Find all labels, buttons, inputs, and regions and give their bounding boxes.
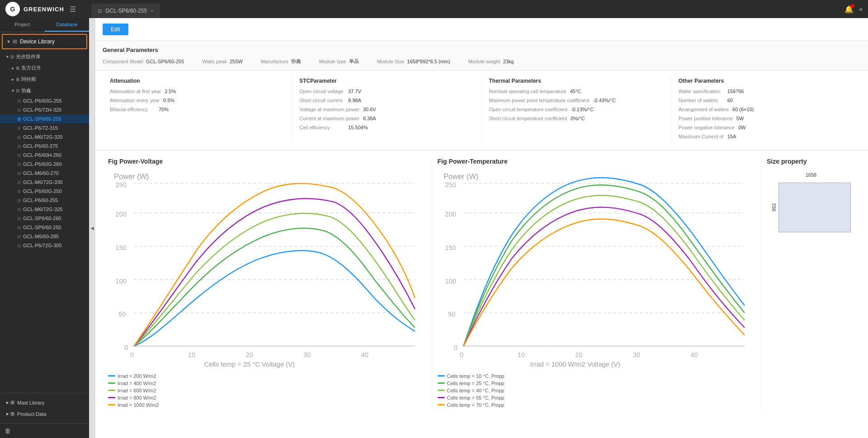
module-type-label: Module type <box>319 59 346 64</box>
sidebar-collapse-handle[interactable]: ◀ <box>89 18 95 438</box>
xiejin-expand-icon: ▾ <box>12 88 14 93</box>
group-xiejin-header[interactable]: ▾ ⊟ 协鑫 <box>0 85 89 96</box>
device-library-icon: ⊞ <box>13 38 17 45</box>
manufacture-label: Manufacture <box>261 59 288 64</box>
device-library-label: Device Library <box>20 38 55 45</box>
notification-bell-icon[interactable]: 🔔 <box>844 5 854 14</box>
module-type-value: 单晶 <box>349 58 359 65</box>
stc-col: STCParameter Open circuit voltage37.7VSh… <box>292 78 481 143</box>
svg-text:20: 20 <box>245 351 253 358</box>
size-diagram-rect <box>778 183 851 232</box>
detail-key: Maximum power point temperature coeffici… <box>489 98 590 103</box>
params-row: Component Model GCL-SP6/60-255 Watts pea… <box>103 58 861 65</box>
legend-label: Cells temp = 10 °C, Pmpp <box>447 373 505 379</box>
detail-key: Current at maximum power <box>299 116 359 121</box>
param-module-type: Module type 单晶 <box>319 58 359 65</box>
tree-item-GCL-M6-60-270[interactable]: ⊞GCL-M6/60-270 <box>0 169 89 178</box>
tree-item-GCL-M6-72G-330[interactable]: ⊞GCL-M6/72G-330 <box>0 178 89 187</box>
legend-label: Irrad = 200 W/m2 <box>118 373 156 379</box>
param-module-weight: Module weight 23kg <box>468 59 514 64</box>
tree-item-GCL-SP6-60-250[interactable]: ⊞GCL-SP6/60-250 <box>0 223 89 232</box>
detail-val: 156?56 <box>727 89 744 94</box>
detail-key: Power negative tolerance <box>679 125 735 130</box>
module-icon: ⊞ <box>17 216 21 221</box>
legend-label: Cells temp = 70 °C, Pmpp <box>447 402 505 408</box>
collapse-panel-icon[interactable]: « <box>859 5 863 13</box>
legend-item: Cells temp = 25 °C, Pmpp <box>438 381 756 386</box>
notification-dot <box>851 4 854 8</box>
manufacture-value: 协鑫 <box>291 58 301 65</box>
svg-text:40: 40 <box>690 351 698 358</box>
detail-val: 5W <box>736 116 744 121</box>
group-pvmodule-header[interactable]: ▾ ⊟ 光伏组件库 <box>0 51 89 62</box>
general-parameters-section: General Parameters Component Model GCL-S… <box>95 41 868 71</box>
tree-item-GCL-P6-60G-260[interactable]: ⊞GCL-P6/60G-260 <box>0 160 89 169</box>
detail-val: 60 <box>727 98 733 103</box>
module-icon: ⊞ <box>17 207 21 212</box>
detail-key: Bifacial efficiency <box>110 107 155 112</box>
group-dfrs-header[interactable]: ▸ ⊞ 东方日升 <box>0 62 89 74</box>
sidebar-tree: ▾ ⊞ Device Library ▾ ⊟ 光伏组件库 ▸ ⊞ 东方日升 <box>0 32 89 393</box>
trash-icon[interactable]: 🗑 <box>5 427 11 434</box>
legend-color <box>108 375 115 377</box>
svg-text:Irrad = 1000 W/m2    Voltage (: Irrad = 1000 W/m2 Voltage (V) <box>530 361 620 368</box>
tab-gcl[interactable]: ⊡ GCL-SP6/60-255 × <box>91 4 160 18</box>
hamburger-icon[interactable]: ☰ <box>70 5 76 14</box>
group-ats-header[interactable]: ▸ ⊞ 阿特斯 <box>0 74 89 85</box>
edit-button[interactable]: Edit <box>103 24 128 35</box>
tree-item-GCL-P6-72G-305[interactable]: ⊞GCL-P6/72G-305 <box>0 241 89 250</box>
other-col: Other Parameters Wafer specification156?… <box>671 78 861 143</box>
detail-val: 8.38A <box>363 116 376 121</box>
module-label: GCL-P6/60G-255 <box>23 98 62 104</box>
nav-project[interactable]: Project <box>0 18 45 32</box>
tree-item-GCL-P6-60H-260[interactable]: ⊞GCL-P6/60H-260 <box>0 151 89 160</box>
tree-item-GCL-P6-60G-250[interactable]: ⊞GCL-P6/60G-250 <box>0 187 89 196</box>
param-watts-peak: Watts peak 255W <box>202 59 242 64</box>
tree-item-GCL-M6-60-285[interactable]: ⊞GCL-M6/60-285 <box>0 232 89 241</box>
tree-item-GCL-SP6-60-255[interactable]: ⊞GCL-SP6/60-255 <box>0 114 89 123</box>
tree-item-GCL-M6-72G-325[interactable]: ⊞GCL-M6/72G-325 <box>0 205 89 214</box>
legend-color <box>438 382 445 384</box>
nav-database[interactable]: Database <box>45 18 90 32</box>
tab-close-button[interactable]: × <box>151 8 153 14</box>
legend-label: Cells temp = 55 °C, Pmpp <box>447 395 505 400</box>
detail-val: 60 (6×10) <box>732 107 754 112</box>
stc-rows: Open circuit voltage37.7VShort circuit c… <box>299 89 474 130</box>
svg-text:0: 0 <box>130 351 134 358</box>
legend-color <box>438 397 445 398</box>
size-height-label: 992 <box>771 180 777 235</box>
sidebar-product-data[interactable]: ▸ ⊞ Product Data <box>5 408 85 419</box>
device-library-header[interactable]: ▾ ⊞ Device Library <box>2 34 87 49</box>
tree-item-GCL-P6-72-315[interactable]: ⊞GCL-P6/72-315 <box>0 123 89 132</box>
detail-val: 15.504% <box>348 125 368 130</box>
attenuation-title: Attenuation <box>110 78 284 84</box>
dfrs-folder-icon: ⊞ <box>16 66 19 71</box>
detail-key: Voltage at maximum power <box>299 107 359 112</box>
sidebar-mast-library[interactable]: ▸ ⊞ Mast Library <box>5 397 85 408</box>
size-width-label: 1658 <box>770 172 852 178</box>
tree-item-GCL-P6-60G-255[interactable]: ⊞GCL-P6/60G-255 <box>0 96 89 105</box>
chart2-area: Power (W) 0 50 100 150 200 250 <box>438 169 756 370</box>
tree-item-GCL-SP6-60-260[interactable]: ⊞GCL-SP6/60-260 <box>0 214 89 223</box>
legend-color <box>108 382 115 384</box>
detail-key: Maximum Current of <box>679 134 724 139</box>
tree-item-GCL-M6-72G-320[interactable]: ⊞GCL-M6/72G-320 <box>0 132 89 141</box>
detail-row: Voltage at maximum power30.6V <box>299 107 474 112</box>
tree-group-ats: ▸ ⊞ 阿特斯 <box>0 74 89 85</box>
module-size-label: Module Size <box>377 59 405 64</box>
svg-text:100: 100 <box>115 278 127 285</box>
tree-item-GCL-P6-60-275[interactable]: ⊞GCL-P6/60-275 <box>0 141 89 151</box>
chart2-container: Fig Power-Temperature Power (W) 0 50 100… <box>432 158 762 410</box>
detail-key: Open circuit temperature coefficient <box>489 107 567 112</box>
tree-item-GCL-P6-72H-320[interactable]: ⊞GCL-P6/72H-320 <box>0 105 89 114</box>
mast-library-icon: ▸ ⊞ <box>6 400 14 405</box>
svg-text:Power (W): Power (W) <box>114 172 149 180</box>
svg-text:30: 30 <box>632 351 640 358</box>
detail-key: Attenuation every year <box>110 98 160 103</box>
tree-item-GCL-P6-60-255[interactable]: ⊞GCL-P6/60-255 <box>0 196 89 205</box>
detail-key: Short circuit current <box>299 98 344 103</box>
tree-group-xiejin: ▾ ⊟ 协鑫 ⊞GCL-P6/60G-255⊞GCL-P6/72H-320⊞GC… <box>0 85 89 250</box>
chart2-legend: Cells temp = 10 °C, PmppCells temp = 25 … <box>438 373 756 408</box>
svg-text:100: 100 <box>445 278 456 285</box>
detail-row: Attenuation at first year2.5% <box>110 89 284 94</box>
